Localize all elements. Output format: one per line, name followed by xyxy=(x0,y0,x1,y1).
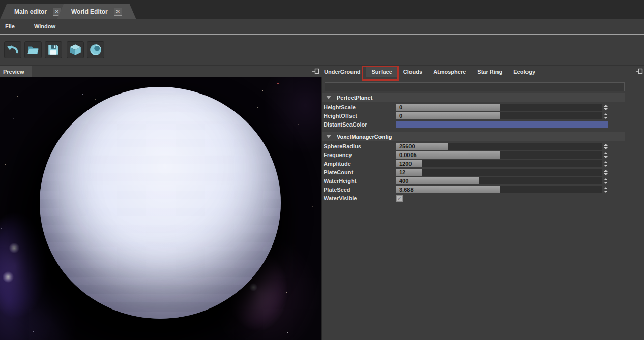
star xyxy=(293,114,294,114)
star xyxy=(6,126,6,126)
tab-underground[interactable]: UnderGround xyxy=(318,66,366,77)
slider-value: 400 xyxy=(399,177,408,184)
preview-panel-tab[interactable]: Preview xyxy=(0,66,32,77)
tab-star-ring[interactable]: Star Ring xyxy=(472,66,508,77)
property-row-heightscale: HeightScale 0 xyxy=(322,103,625,111)
section-header-voxelmanagerconfig[interactable]: VoxelManagerConfig xyxy=(322,132,625,141)
property-label: PlateCount xyxy=(322,169,396,175)
amplitude-slider[interactable]: 1200 xyxy=(396,160,602,167)
star xyxy=(13,118,14,119)
star xyxy=(57,272,57,273)
tab-atmosphere[interactable]: Atmosphere xyxy=(428,66,472,77)
star xyxy=(65,127,65,127)
dock-pin-button[interactable] xyxy=(635,67,644,76)
slider-fill xyxy=(396,104,500,111)
slider-value: 0 xyxy=(399,112,402,119)
heightoffset-slider[interactable]: 0 xyxy=(396,112,602,119)
star xyxy=(70,102,71,102)
close-icon[interactable] xyxy=(114,8,122,16)
slider-value: 25600 xyxy=(399,143,415,150)
section-title: PerfectPlanet xyxy=(337,95,372,101)
document-tab-bar: Main editor World Editor xyxy=(0,0,644,19)
value-stepper[interactable] xyxy=(603,169,609,176)
slider-fill xyxy=(396,177,479,184)
sphereradius-slider[interactable]: 25600 xyxy=(396,143,602,150)
star xyxy=(5,164,6,165)
tab-clouds[interactable]: Clouds xyxy=(398,66,428,77)
save-icon xyxy=(47,43,60,56)
star xyxy=(245,313,245,314)
star xyxy=(262,90,263,91)
star xyxy=(286,292,287,293)
star xyxy=(257,107,258,108)
preview-title: Preview xyxy=(3,69,24,75)
property-label: HeightOffset xyxy=(322,113,396,119)
star xyxy=(277,108,277,109)
property-row-distantseacolor: DistantSeaColor xyxy=(322,120,625,129)
property-label: WaterHeight xyxy=(322,178,396,184)
voxel-cube-button[interactable] xyxy=(67,41,84,58)
cube-icon xyxy=(69,43,82,56)
star xyxy=(318,263,319,263)
planet-button[interactable] xyxy=(87,41,104,58)
star xyxy=(189,326,190,326)
save-button[interactable] xyxy=(45,41,62,58)
slider-value: 0 xyxy=(399,104,402,111)
watervisible-checkbox[interactable] xyxy=(396,195,403,202)
star xyxy=(156,84,157,84)
value-stepper[interactable] xyxy=(603,160,609,167)
star xyxy=(40,102,40,103)
menu-file[interactable]: File xyxy=(2,23,18,29)
panel-header-row: Preview UnderGround Surface Clouds Atmos… xyxy=(0,65,644,77)
undo-button[interactable] xyxy=(4,41,21,58)
tab-world-editor-label: World Editor xyxy=(71,8,108,15)
slider-value: 3.688 xyxy=(399,186,414,193)
star xyxy=(1,228,2,229)
value-stepper[interactable] xyxy=(603,177,609,184)
star xyxy=(312,206,313,207)
star xyxy=(99,92,99,92)
value-stepper[interactable] xyxy=(603,112,609,119)
waterheight-slider[interactable]: 400 xyxy=(396,177,602,184)
property-filter-input[interactable] xyxy=(325,82,625,91)
platecount-slider[interactable]: 12 xyxy=(396,169,602,176)
property-label: WaterVisible xyxy=(322,195,396,201)
star xyxy=(62,281,63,281)
value-stepper[interactable] xyxy=(603,186,609,193)
slider-value: 1200 xyxy=(399,160,412,167)
tab-ecology[interactable]: Ecology xyxy=(508,66,541,77)
menu-window[interactable]: Window xyxy=(31,23,58,29)
slider-value: 0.0005 xyxy=(399,151,417,159)
undo-icon xyxy=(6,43,19,56)
collapse-triangle-icon xyxy=(326,135,331,138)
value-stepper[interactable] xyxy=(603,143,609,150)
open-button[interactable] xyxy=(24,41,42,58)
property-row-waterheight: WaterHeight 400 xyxy=(322,177,625,185)
tab-main-editor-label: Main editor xyxy=(14,8,47,15)
property-label: SphereRadius xyxy=(322,143,396,149)
tab-surface[interactable]: Surface xyxy=(366,66,398,77)
star xyxy=(311,144,312,144)
heightscale-slider[interactable]: 0 xyxy=(396,104,602,111)
star xyxy=(270,272,270,273)
value-stepper[interactable] xyxy=(603,151,609,159)
menu-bar: File Window xyxy=(0,19,644,34)
star xyxy=(17,96,18,97)
property-label: HeightScale xyxy=(322,104,396,110)
section-header-perfectplanet[interactable]: PerfectPlanet xyxy=(322,93,625,102)
property-row-frequency: Frequency 0.0005 xyxy=(322,151,625,159)
red-star xyxy=(277,83,279,84)
pin-icon xyxy=(636,67,643,76)
star xyxy=(34,312,34,313)
star xyxy=(33,331,34,332)
value-stepper[interactable] xyxy=(603,104,609,111)
planet-preview-viewport[interactable] xyxy=(0,77,321,340)
planet-render xyxy=(40,87,281,319)
frequency-slider[interactable]: 0.0005 xyxy=(396,151,602,159)
star xyxy=(82,94,83,95)
star xyxy=(80,298,80,298)
plateseed-slider[interactable]: 3.688 xyxy=(396,186,602,193)
tab-world-editor[interactable]: World Editor xyxy=(57,4,136,19)
distantseacolor-swatch[interactable] xyxy=(396,121,608,128)
slider-value: 12 xyxy=(399,169,405,176)
